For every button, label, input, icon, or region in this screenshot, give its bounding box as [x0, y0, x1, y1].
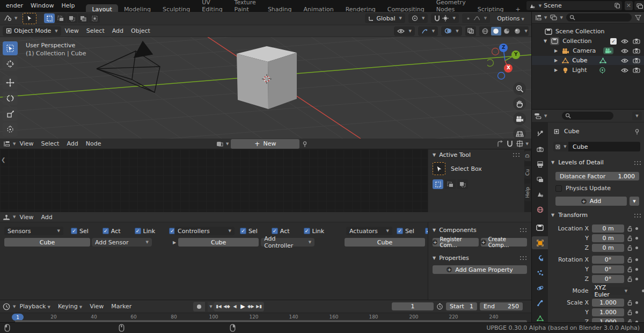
controllers-act-checkbox[interactable]: ✓ [272, 228, 278, 234]
view-layer-selector[interactable]: ▼ View Layer [634, 1, 644, 10]
menu-view[interactable]: View [16, 213, 37, 222]
tool-cursor[interactable] [3, 57, 18, 71]
new-node-tree-button[interactable]: + New [231, 139, 299, 149]
animate-dot-icon[interactable] [635, 258, 638, 261]
expand-arrow[interactable]: ▶ [173, 240, 176, 245]
lod-add-button[interactable]: + Add [555, 197, 627, 206]
location-x-field[interactable]: 0 m [592, 225, 624, 233]
disable-render-icon[interactable] [633, 67, 640, 73]
menu-node[interactable]: Node [82, 139, 105, 148]
animate-dot-icon[interactable] [635, 311, 638, 314]
select-mode-extend[interactable] [445, 179, 456, 189]
lock-icon[interactable] [627, 276, 633, 282]
animate-dot-icon[interactable] [635, 301, 638, 304]
select-mode-intersect[interactable] [89, 13, 100, 23]
sidebar-tab-0[interactable]: D [524, 151, 531, 161]
expand-arrow[interactable]: ▼ [544, 39, 547, 44]
snap-magnet-icon[interactable] [507, 140, 513, 147]
filter-icon[interactable] [635, 15, 641, 21]
menu-add[interactable]: Add [38, 213, 56, 222]
region-expand-arrow[interactable]: ❮ [1, 157, 5, 163]
object-id-icon[interactable]: ▼ [553, 142, 568, 151]
controllers-sel-checkbox[interactable]: ✓ [240, 228, 246, 234]
prev-frame-button[interactable]: ◀ [231, 304, 239, 309]
prev-keyframe-button[interactable]: ◀◆ [223, 304, 231, 309]
properties-editor-type-icon[interactable]: ▼ [534, 113, 547, 119]
distance-factor-field[interactable]: Distance Factor 1.000 [555, 172, 639, 180]
animate-dot-icon[interactable] [642, 289, 644, 292]
outliner-editor-type-icon[interactable]: ▼ [535, 15, 547, 21]
lock-icon[interactable] [627, 257, 633, 263]
overlays-toggle[interactable]: ▼ [441, 26, 462, 36]
sensors-sel-checkbox[interactable]: ✓ [71, 228, 77, 234]
menu-render[interactable]: ender [2, 1, 27, 10]
object-visibility-dropdown[interactable]: ▼ [394, 26, 414, 36]
menu-view[interactable]: View [16, 139, 37, 148]
outliner-row-camera[interactable]: ▶ Camera [532, 46, 644, 55]
camera-view-button[interactable] [513, 112, 526, 125]
proportional-editing-group[interactable]: ▼ [462, 13, 490, 23]
jump-to-end-button[interactable]: ▶▮ [255, 304, 263, 309]
active-tool-select-box-icon[interactable] [23, 13, 36, 24]
start-frame-field[interactable]: Start 1 [446, 302, 477, 310]
expand-arrow[interactable]: ▶ [554, 68, 558, 73]
sidebar-tab-2[interactable]: Help [524, 184, 531, 201]
location-z-field[interactable]: 0 m [592, 244, 624, 252]
sensors-object-button[interactable]: Cube [4, 238, 90, 247]
hide-eye-icon[interactable] [621, 48, 628, 54]
shading-solid-button[interactable] [491, 27, 501, 35]
scale-z-field[interactable]: 1.000 [592, 318, 624, 322]
select-mode-subtract[interactable] [457, 179, 468, 189]
tab-object-data[interactable] [532, 312, 548, 322]
sensors-act-checkbox[interactable]: ✓ [103, 228, 109, 234]
expand-arrow[interactable]: ▶ [554, 48, 558, 53]
properties-search-input[interactable] [562, 112, 613, 120]
menu-marker[interactable]: Marker [107, 302, 135, 311]
play-button[interactable]: ▶ [239, 303, 247, 310]
menu-help[interactable]: Help [57, 1, 78, 10]
menu-select[interactable]: Select [38, 139, 63, 148]
sensors-dropdown[interactable]: Sensors▼ [4, 227, 63, 235]
collection-checkbox[interactable]: ✓ [610, 38, 617, 45]
tool-transform[interactable] [3, 122, 18, 136]
rotation-x-field[interactable]: 0° [592, 256, 624, 264]
panel-collapse-arrow[interactable]: ▼ [433, 153, 436, 157]
tab-particles[interactable] [532, 266, 548, 279]
animate-dot-icon[interactable] [635, 237, 638, 240]
outliner-row-cube[interactable]: ▶ Cube [532, 56, 644, 65]
tab-view-layer[interactable] [532, 173, 548, 186]
select-mode-new[interactable] [44, 13, 55, 23]
grip-icon[interactable] [519, 228, 527, 232]
mode-dropdown[interactable]: Object Mode ▼ [3, 26, 61, 36]
snap-target-dropdown[interactable]: ▼ [516, 140, 529, 147]
menu-select[interactable]: Select [83, 26, 108, 35]
grip-icon[interactable] [519, 256, 527, 260]
active-tool-editor-icon[interactable]: ▼ [3, 15, 17, 22]
scene-unlink-button[interactable]: ✕ [625, 1, 633, 10]
menu-add[interactable]: Add [108, 26, 127, 35]
tab-world[interactable] [532, 203, 548, 216]
controllers-link-checkbox[interactable]: ✓ [304, 228, 310, 234]
tab-physics[interactable] [532, 281, 548, 294]
lock-icon[interactable] [627, 266, 633, 272]
controllers-dropdown[interactable]: Controllers▼ [174, 227, 235, 235]
shading-rendered-button[interactable] [513, 27, 523, 35]
gizmo-y-label[interactable]: Y [514, 52, 518, 57]
snapping-group[interactable]: ▼ [431, 13, 458, 23]
grip-icon[interactable] [634, 213, 641, 218]
actuators-dropdown[interactable]: Actuators▼ [346, 227, 392, 235]
tool-scale[interactable] [3, 107, 18, 121]
next-keyframe-button[interactable]: ◆▶ [247, 304, 255, 309]
options-dropdown[interactable]: Options▼ [493, 14, 528, 23]
logic-editor-type-icon[interactable]: ▼ [3, 214, 16, 221]
disable-render-icon[interactable] [633, 57, 640, 63]
select-mode-new[interactable] [433, 179, 443, 189]
animate-dot-icon[interactable] [635, 227, 638, 230]
tool-rotate[interactable] [3, 91, 18, 105]
animate-dot-icon[interactable] [635, 247, 638, 249]
copy-icon[interactable] [614, 3, 620, 9]
menu-window[interactable]: Window [27, 1, 57, 10]
editor-type-icon[interactable]: ▼ [3, 141, 16, 147]
transform-panel-header[interactable]: ▼ Transform [551, 212, 641, 219]
parent-node-tree-icon[interactable] [496, 140, 503, 147]
